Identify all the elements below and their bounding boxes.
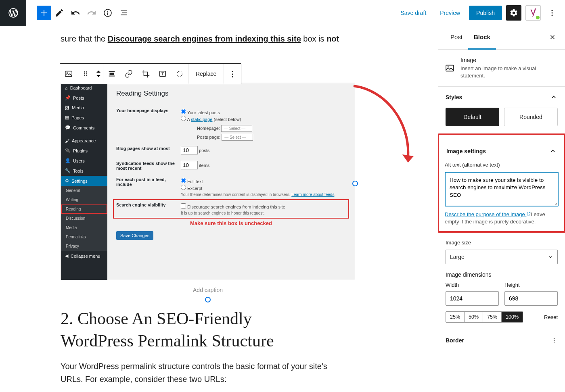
image-block[interactable]: ⌂Dashboard 📌Posts 🖼Media ▤Pages 💬Comment… bbox=[61, 83, 355, 300]
svg-point-3 bbox=[552, 10, 553, 11]
image-dimensions-label: Image dimensions bbox=[446, 271, 558, 278]
svg-point-1 bbox=[107, 11, 108, 12]
block-type-icon[interactable] bbox=[60, 63, 77, 84]
resize-handle-right[interactable] bbox=[352, 181, 358, 186]
alt-text-input[interactable]: How to make sure your site is visible to… bbox=[445, 172, 559, 206]
resize-handle-bottom[interactable] bbox=[205, 297, 211, 302]
svg-point-15 bbox=[177, 71, 182, 77]
wp-logo[interactable] bbox=[0, 0, 26, 26]
svg-point-4 bbox=[552, 13, 553, 14]
replace-button[interactable]: Replace bbox=[188, 63, 224, 84]
chevron-down-icon bbox=[548, 254, 553, 260]
preview-button[interactable]: Preview bbox=[435, 6, 465, 19]
chevron-up-icon bbox=[550, 93, 558, 101]
image-icon bbox=[445, 63, 455, 73]
svg-point-12 bbox=[84, 75, 85, 76]
annotation-arrow bbox=[345, 82, 418, 171]
svg-point-11 bbox=[86, 73, 87, 75]
pct-50-button[interactable]: 50% bbox=[465, 312, 483, 322]
svg-rect-19 bbox=[446, 65, 454, 71]
svg-rect-2 bbox=[107, 13, 108, 15]
block-type-desc: Insert an image to make a visual stateme… bbox=[460, 65, 559, 79]
pct-25-button[interactable]: 25% bbox=[446, 312, 465, 322]
alt-text-label: Alt text (alternative text) bbox=[445, 162, 559, 168]
height-input[interactable] bbox=[504, 291, 558, 306]
settings-sidebar: Post Block Image Insert an image to make… bbox=[438, 26, 565, 392]
svg-point-7 bbox=[67, 72, 67, 73]
add-block-button[interactable] bbox=[37, 6, 51, 20]
block-type-title: Image bbox=[460, 57, 559, 63]
kebab-icon bbox=[550, 337, 558, 344]
styles-section-header[interactable]: Styles bbox=[438, 87, 565, 108]
block-toolbar: Replace bbox=[60, 63, 241, 84]
mock-screenshot: ⌂Dashboard 📌Posts 🖼Media ▤Pages 💬Comment… bbox=[61, 83, 355, 280]
move-up-icon[interactable] bbox=[96, 70, 101, 74]
svg-point-9 bbox=[86, 71, 87, 73]
paragraph-fragment[interactable]: sure that the Discourage search engines … bbox=[6, 26, 431, 46]
yoast-button[interactable] bbox=[525, 5, 541, 21]
publish-button[interactable]: Publish bbox=[469, 6, 502, 20]
svg-point-13 bbox=[86, 75, 87, 76]
svg-point-8 bbox=[84, 71, 85, 73]
editor-canvas: sure that the Discourage search engines … bbox=[0, 26, 438, 392]
edit-mode-button[interactable] bbox=[51, 5, 67, 21]
chevron-up-icon bbox=[549, 147, 557, 155]
close-sidebar-button[interactable] bbox=[546, 26, 559, 49]
undo-button[interactable] bbox=[67, 5, 84, 21]
width-label: Width bbox=[446, 282, 459, 288]
border-section-header[interactable]: Border bbox=[438, 330, 565, 350]
svg-rect-6 bbox=[65, 71, 72, 77]
editor-topbar: Save draft Preview Publish bbox=[0, 0, 565, 26]
style-rounded-button[interactable]: Rounded bbox=[504, 108, 558, 126]
image-settings-header[interactable]: Image settings bbox=[445, 141, 559, 162]
width-input[interactable] bbox=[446, 291, 499, 306]
svg-point-5 bbox=[552, 15, 553, 16]
duotone-button[interactable] bbox=[171, 63, 188, 84]
details-button[interactable] bbox=[100, 5, 116, 21]
heading-block[interactable]: 2. Choose An SEO-Friendly WordPress Perm… bbox=[61, 308, 327, 352]
height-label: Height bbox=[504, 282, 520, 288]
more-options-button[interactable] bbox=[545, 9, 559, 17]
percentage-group: 25% 50% 75% 100% bbox=[446, 311, 523, 323]
crop-button[interactable] bbox=[137, 63, 154, 84]
drag-handle-icon[interactable] bbox=[77, 63, 94, 84]
pct-100-button[interactable]: 100% bbox=[502, 312, 523, 322]
svg-point-21 bbox=[554, 338, 555, 339]
image-size-label: Image size bbox=[446, 240, 558, 246]
outline-button[interactable] bbox=[116, 5, 132, 21]
pct-75-button[interactable]: 75% bbox=[483, 312, 502, 322]
tab-post[interactable]: Post bbox=[445, 26, 468, 49]
svg-point-10 bbox=[84, 73, 85, 75]
tab-block[interactable]: Block bbox=[468, 26, 496, 50]
align-button[interactable] bbox=[103, 63, 120, 84]
paragraph-block[interactable]: Your WordPress permalink structure contr… bbox=[61, 360, 343, 386]
move-down-icon[interactable] bbox=[96, 74, 101, 78]
style-default-button[interactable]: Default bbox=[446, 108, 499, 126]
svg-point-16 bbox=[232, 71, 233, 72]
svg-point-23 bbox=[554, 342, 555, 343]
redo-button[interactable] bbox=[84, 5, 100, 21]
settings-button[interactable] bbox=[506, 5, 521, 21]
image-size-select[interactable]: Large bbox=[446, 250, 558, 264]
reset-button[interactable]: Reset bbox=[544, 314, 558, 320]
text-overlay-button[interactable] bbox=[154, 63, 171, 84]
link-button[interactable] bbox=[120, 63, 137, 84]
svg-point-18 bbox=[232, 76, 233, 77]
svg-point-17 bbox=[232, 74, 233, 75]
block-more-button[interactable] bbox=[224, 64, 241, 85]
alt-help-link[interactable]: Describe the purpose of the image bbox=[445, 211, 531, 217]
save-draft-button[interactable]: Save draft bbox=[396, 6, 431, 19]
svg-point-20 bbox=[448, 66, 449, 67]
svg-point-22 bbox=[554, 340, 555, 341]
